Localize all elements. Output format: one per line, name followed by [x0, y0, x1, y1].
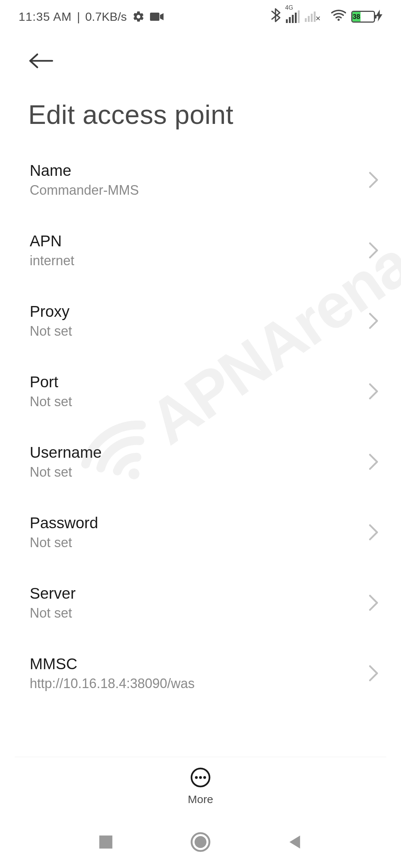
battery-percent: 38	[352, 12, 361, 22]
row-value: Not set	[30, 605, 76, 621]
chevron-right-icon	[368, 665, 379, 682]
status-right: 4G ✕ 38	[270, 8, 382, 25]
divider	[15, 757, 386, 757]
wifi-icon	[331, 9, 346, 24]
svg-point-7	[203, 776, 206, 779]
camera-icon	[150, 11, 164, 22]
svg-point-6	[199, 776, 202, 779]
row-value: internet	[30, 253, 74, 269]
status-bar: 11:35 AM | 0.7KB/s 4G ✕	[0, 0, 401, 33]
chevron-right-icon	[368, 453, 379, 470]
row-mmsc[interactable]: MMSC http://10.16.18.4:38090/was	[0, 638, 401, 708]
status-divider: |	[77, 10, 80, 24]
chevron-right-icon	[368, 242, 379, 259]
svg-point-2	[338, 19, 340, 21]
chevron-right-icon	[368, 594, 379, 611]
row-label: Port	[30, 373, 72, 391]
chevron-right-icon	[368, 312, 379, 329]
more-label: More	[188, 793, 213, 806]
row-label: Username	[30, 444, 102, 461]
row-label: Proxy	[30, 303, 72, 320]
signal-nosim-icon: ✕	[305, 11, 316, 22]
svg-point-5	[195, 776, 198, 779]
page-title: Edit access point	[0, 70, 401, 145]
chevron-right-icon	[368, 171, 379, 188]
row-value: Not set	[30, 464, 102, 480]
row-value: Not set	[30, 323, 72, 339]
row-value: Not set	[30, 394, 72, 410]
more-icon	[190, 767, 211, 789]
svg-rect-8	[99, 835, 112, 848]
row-label: MMSC	[30, 655, 195, 673]
row-mms-proxy[interactable]: MMS proxy 10.16.18.77	[0, 708, 401, 712]
charging-icon	[376, 10, 382, 24]
svg-point-10	[195, 836, 206, 848]
signal-4g-icon: 4G	[286, 10, 300, 23]
row-name[interactable]: Name Commander-MMS	[0, 145, 401, 215]
row-apn[interactable]: APN internet	[0, 215, 401, 286]
row-value: Commander-MMS	[30, 183, 139, 198]
nav-recent-button[interactable]	[98, 834, 114, 850]
row-port[interactable]: Port Not set	[0, 356, 401, 427]
navigation-bar	[0, 816, 401, 868]
nav-home-button[interactable]	[190, 832, 211, 852]
chevron-right-icon	[368, 524, 379, 541]
battery-icon: 38	[351, 10, 382, 24]
row-value: http://10.16.18.4:38090/was	[30, 676, 195, 691]
row-label: Name	[30, 162, 139, 180]
row-label: Password	[30, 514, 98, 532]
status-time: 11:35 AM	[19, 10, 72, 24]
settings-list: Name Commander-MMS APN internet Proxy No…	[0, 145, 401, 712]
bluetooth-icon	[270, 8, 281, 25]
row-label: Server	[30, 585, 76, 602]
row-password[interactable]: Password Not set	[0, 497, 401, 568]
back-button[interactable]	[28, 52, 401, 70]
gear-icon	[132, 10, 145, 23]
svg-rect-1	[150, 13, 159, 21]
row-value: Not set	[30, 535, 98, 550]
status-left: 11:35 AM | 0.7KB/s	[19, 10, 164, 24]
row-proxy[interactable]: Proxy Not set	[0, 286, 401, 356]
bottom-toolbar: More	[0, 757, 401, 816]
more-button[interactable]: More	[188, 767, 213, 806]
status-data-rate: 0.7KB/s	[85, 10, 127, 24]
row-username[interactable]: Username Not set	[0, 427, 401, 497]
nav-back-button[interactable]	[287, 834, 303, 850]
row-server[interactable]: Server Not set	[0, 568, 401, 638]
chevron-right-icon	[368, 383, 379, 400]
row-label: APN	[30, 232, 74, 250]
